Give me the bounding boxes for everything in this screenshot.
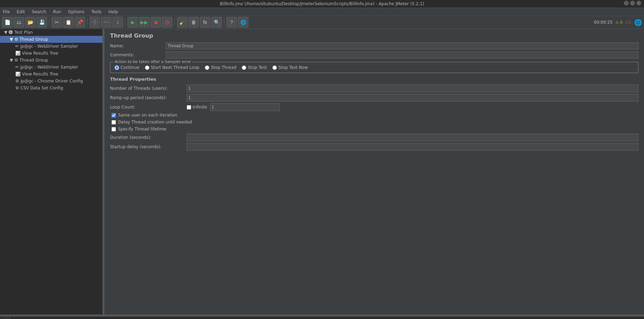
function-button[interactable]: fx bbox=[200, 17, 210, 27]
close-button[interactable]: ✕ bbox=[636, 1, 641, 6]
minimize-button[interactable]: − bbox=[624, 1, 629, 6]
results-icon: 📊 bbox=[15, 51, 21, 56]
copy-button[interactable]: 📋 bbox=[63, 17, 73, 27]
action-error-box: Action to be taken after a Sampler error… bbox=[110, 62, 638, 73]
radio-stop-thread-label: Stop Thread bbox=[211, 65, 236, 70]
title-bar: BillInfo.jmx (/home/sltubuntu/Desktop/Jm… bbox=[0, 0, 644, 8]
menu-item-tools[interactable]: Tools bbox=[90, 9, 103, 15]
thread-group-icon-2: ⚙ bbox=[14, 58, 18, 63]
paste-button[interactable]: 📌 bbox=[75, 17, 85, 27]
loop-count-label: Loop Count: bbox=[110, 105, 187, 110]
toggle-button[interactable]: ↕ bbox=[112, 17, 123, 27]
save-button[interactable]: 💾 bbox=[37, 17, 47, 27]
duration-input[interactable] bbox=[187, 134, 638, 141]
remote-button[interactable]: 🌐 bbox=[238, 17, 248, 27]
tree-item-csv-data[interactable]: ⚙ CSV Data Set Config bbox=[0, 85, 102, 91]
tree-item-test-plan[interactable]: ▼ 🅐 Test Plan bbox=[0, 29, 102, 36]
tree-expand-icon: ▼ bbox=[10, 37, 13, 42]
tree-item-label: Test Plan bbox=[14, 30, 33, 35]
run-button[interactable]: ▶ bbox=[127, 17, 138, 27]
clear-all-button[interactable]: 🗑 bbox=[188, 17, 199, 27]
infinite-checkbox[interactable] bbox=[187, 105, 191, 110]
tree-item-webdriver-2[interactable]: ✏ jp@gc - WebDriver Sampler bbox=[0, 64, 102, 71]
new-button[interactable]: 📄 bbox=[2, 17, 13, 27]
menu-item-file[interactable]: File bbox=[1, 9, 11, 15]
window-controls[interactable]: − □ ✕ bbox=[624, 1, 641, 6]
radio-start-next[interactable]: Start Next Thread Loop bbox=[145, 65, 199, 70]
tree-item-label: jp@gc - WebDriver Sampler bbox=[20, 44, 78, 49]
collapse-button[interactable]: ➖ bbox=[101, 17, 111, 27]
specify-lifetime-label: Specify Thread lifetime bbox=[118, 127, 166, 131]
ramp-up-row: Ramp-up period (seconds): bbox=[110, 94, 638, 102]
radio-stop-thread[interactable]: Stop Thread bbox=[205, 65, 236, 70]
tree-item-chrome-driver[interactable]: ⚙ jp@gc - Chrome Driver Config bbox=[0, 78, 102, 85]
startup-delay-row: Startup delay (seconds): bbox=[110, 143, 638, 151]
tree-item-thread-group-2[interactable]: ▼ ⚙ Thread Group bbox=[0, 57, 102, 64]
open-button[interactable]: 📂 bbox=[25, 17, 36, 27]
menu-item-run[interactable]: Run bbox=[52, 9, 63, 15]
menu-item-edit[interactable]: Edit bbox=[15, 9, 26, 15]
radio-start-next-label: Start Next Thread Loop bbox=[151, 65, 199, 70]
tree-item-webdriver-1[interactable]: ✏ jp@gc - WebDriver Sampler bbox=[0, 43, 102, 50]
delay-thread-row: Delay Thread creation until needed bbox=[110, 120, 638, 125]
run-no-pause-button[interactable]: ▶▶ bbox=[139, 17, 149, 27]
startup-delay-input[interactable] bbox=[187, 143, 638, 151]
delay-thread-label: Delay Thread creation until needed bbox=[118, 120, 192, 125]
window-title: BillInfo.jmx (/home/sltubuntu/Desktop/Jm… bbox=[220, 1, 424, 6]
radio-continue[interactable]: Continue bbox=[115, 65, 139, 70]
loop-count-input[interactable] bbox=[210, 103, 280, 111]
tree-item-label: jp@gc - Chrome Driver Config bbox=[21, 79, 83, 83]
num-threads-input[interactable] bbox=[187, 85, 638, 92]
toolbar-separator-3 bbox=[125, 18, 125, 26]
thread-group-form: Thread Group Name: Comments: Action to b… bbox=[104, 29, 644, 156]
cut-button[interactable]: ✂ bbox=[52, 17, 62, 27]
same-user-checkbox[interactable] bbox=[111, 113, 116, 118]
expand-button[interactable]: ➕ bbox=[90, 17, 100, 27]
radio-stop-test-now[interactable]: Stop Test Now bbox=[272, 65, 308, 70]
tree-item-thread-group-1[interactable]: ▼ ⚙ Thread Group bbox=[0, 36, 102, 43]
timer-display: 00:00:25 ⚠ 0 0/2 🌐 bbox=[594, 19, 642, 26]
log-gutter: 1 bbox=[0, 317, 10, 319]
radio-stop-test-now-label: Stop Test Now bbox=[278, 65, 308, 70]
comments-row: Comments: bbox=[110, 51, 638, 58]
form-title: Thread Group bbox=[110, 32, 638, 39]
tree-item-label: jp@gc - WebDriver Sampler bbox=[20, 65, 78, 70]
thread-group-icon: ⚙ bbox=[14, 37, 18, 42]
template-button[interactable]: 🗂 bbox=[14, 17, 24, 27]
num-threads-row: Number of Threads (users): bbox=[110, 85, 638, 92]
delay-thread-checkbox[interactable] bbox=[111, 120, 116, 125]
comments-label: Comments: bbox=[110, 53, 166, 57]
infinite-label: Infinite bbox=[193, 105, 207, 110]
radio-continue-label: Continue bbox=[121, 65, 139, 70]
infinite-check-label[interactable]: Infinite bbox=[187, 105, 207, 110]
specify-lifetime-checkbox[interactable] bbox=[111, 127, 116, 131]
menu-item-help[interactable]: Help bbox=[107, 9, 119, 15]
main-layout: ▼ 🅐 Test Plan ▼ ⚙ Thread Group ✏ jp@gc -… bbox=[0, 29, 644, 314]
ramp-up-label: Ramp-up period (seconds): bbox=[110, 95, 187, 100]
stop-button[interactable]: ⏹ bbox=[150, 17, 161, 27]
search-button[interactable]: 🔍 bbox=[211, 17, 222, 27]
clear-button[interactable]: 🧹 bbox=[177, 17, 187, 27]
help-button[interactable]: ? bbox=[226, 17, 237, 27]
tree-item-label: Thread Group bbox=[20, 58, 48, 63]
right-panel: Thread Group Name: Comments: Action to b… bbox=[104, 29, 644, 314]
tree-expand-icon: ▼ bbox=[4, 30, 7, 35]
csv-icon: ⚙ bbox=[15, 86, 19, 90]
menu-item-options[interactable]: Options bbox=[67, 9, 86, 15]
name-input[interactable] bbox=[166, 42, 638, 49]
ramp-up-input[interactable] bbox=[187, 94, 638, 102]
tree-panel: ▼ 🅐 Test Plan ▼ ⚙ Thread Group ✏ jp@gc -… bbox=[0, 29, 103, 314]
same-user-label: Same user on each iteration bbox=[118, 113, 177, 118]
tree-expand-icon: ▼ bbox=[10, 58, 13, 63]
menu-item-search[interactable]: Search bbox=[30, 9, 47, 15]
maximize-button[interactable]: □ bbox=[630, 1, 635, 6]
comments-input[interactable] bbox=[166, 51, 638, 58]
name-row: Name: bbox=[110, 42, 638, 49]
radio-stop-test[interactable]: Stop Test bbox=[242, 65, 267, 70]
tree-item-view-results-2[interactable]: 📊 View Results Tree bbox=[0, 71, 102, 78]
log-area[interactable] bbox=[10, 317, 644, 319]
tree-item-view-results-1[interactable]: 📊 View Results Tree bbox=[0, 50, 102, 57]
globe-icon[interactable]: 🌐 bbox=[634, 19, 642, 26]
radio-stop-test-label: Stop Test bbox=[248, 65, 267, 70]
shutdown-button[interactable]: ⏻ bbox=[162, 17, 172, 27]
